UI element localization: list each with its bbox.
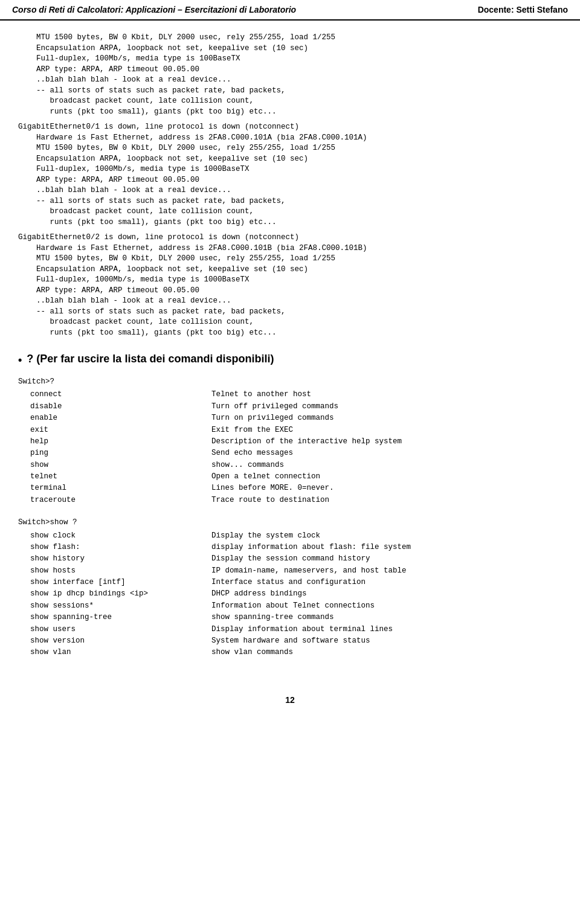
command-name: exit — [18, 425, 211, 436]
command-desc: Information about Telnet connections — [211, 600, 562, 612]
pre-text-3: GigabitEthernet0/2 is down, line protoco… — [18, 233, 562, 338]
command-desc: display information about flash: file sy… — [211, 542, 562, 553]
command-rows-1: connectTelnet to another host disableTur… — [18, 389, 562, 506]
command-desc: IP domain-name, nameservers, and host ta… — [211, 565, 562, 577]
bullet-content: ? (Per far uscire la lista dei comandi d… — [27, 353, 274, 365]
list-item: show interface [intf]Interface status an… — [18, 577, 562, 588]
list-item: show spanning-treeshow spanning-tree com… — [18, 612, 562, 623]
list-item: exitExit from the EXEC — [18, 425, 562, 436]
list-item: show vlanshow vlan commands — [18, 647, 562, 658]
command-desc: System hardware and software status — [211, 635, 562, 647]
command-name: telnet — [18, 471, 211, 483]
command-name: ping — [18, 448, 211, 459]
command-rows-2: show clockDisplay the system clock show … — [18, 530, 562, 659]
command-desc: Lines before MORE. 0=never. — [211, 483, 562, 494]
list-item: show clockDisplay the system clock — [18, 530, 562, 542]
page-number: 12 — [0, 695, 580, 705]
list-item: tracerouteTrace route to destination — [18, 495, 562, 506]
command-name: enable — [18, 412, 211, 424]
command-name: show version — [18, 635, 211, 647]
command-name: show ip dhcp bindings <ip> — [18, 588, 211, 600]
command-desc: Exit from the EXEC — [211, 425, 562, 436]
command-name: help — [18, 436, 211, 448]
pre-text-1: MTU 1500 bytes, BW 0 Kbit, DLY 2000 usec… — [18, 33, 562, 117]
bullet-symbol: • — [18, 354, 22, 367]
command-name: show vlan — [18, 647, 211, 658]
switch-prompt-2: Switch>show ? — [18, 517, 562, 528]
list-item: show flash:display information about fla… — [18, 542, 562, 553]
course-title: Corso di Reti di Calcolatori: Applicazio… — [12, 5, 296, 14]
list-item: show ip dhcp bindings <ip>DHCP address b… — [18, 588, 562, 600]
command-desc: show vlan commands — [211, 647, 562, 658]
list-item: show historyDisplay the session command … — [18, 553, 562, 565]
command-desc: show spanning-tree commands — [211, 612, 562, 623]
command-name: terminal — [18, 483, 211, 494]
list-item: telnetOpen a telnet connection — [18, 471, 562, 483]
list-item: terminalLines before MORE. 0=never. — [18, 483, 562, 494]
command-desc: Display the session command history — [211, 553, 562, 565]
list-item: connectTelnet to another host — [18, 389, 562, 400]
author-name: Docente: Setti Stefano — [478, 5, 568, 14]
command-desc: Trace route to destination — [211, 495, 562, 506]
pre-text-2: GigabitEthernet0/1 is down, line protoco… — [18, 122, 562, 228]
command-table-1: Switch>? connectTelnet to another host d… — [18, 376, 562, 506]
command-desc: show... commands — [211, 460, 562, 471]
list-item: show usersDisplay information about term… — [18, 624, 562, 635]
command-name: show sessions* — [18, 600, 211, 612]
command-desc: Telnet to another host — [211, 389, 562, 400]
list-item: show hostsIP domain-name, nameservers, a… — [18, 565, 562, 577]
list-item: pingSend echo messages — [18, 448, 562, 459]
command-name: traceroute — [18, 495, 211, 506]
command-name: connect — [18, 389, 211, 400]
list-item: helpDescription of the interactive help … — [18, 436, 562, 448]
page-header: Corso di Reti di Calcolatori: Applicazio… — [0, 0, 580, 21]
list-item: disableTurn off privileged commands — [18, 401, 562, 412]
command-desc: Turn off privileged commands — [211, 401, 562, 412]
command-table-2: Switch>show ? show clockDisplay the syst… — [18, 517, 562, 659]
main-content: MTU 1500 bytes, BW 0 Kbit, DLY 2000 usec… — [0, 27, 580, 677]
command-desc: DHCP address bindings — [211, 588, 562, 600]
command-name: show interface [intf] — [18, 577, 211, 588]
command-desc: Interface status and configuration — [211, 577, 562, 588]
code-block-3: GigabitEthernet0/2 is down, line protoco… — [18, 233, 562, 338]
list-item: show sessions*Information about Telnet c… — [18, 600, 562, 612]
code-block-2: GigabitEthernet0/1 is down, line protoco… — [18, 122, 562, 228]
command-name: show clock — [18, 530, 211, 542]
switch-prompt-1: Switch>? — [18, 376, 562, 388]
command-name: show history — [18, 553, 211, 565]
command-desc: Send echo messages — [211, 448, 562, 459]
bullet-section: • ? (Per far uscire la lista dei comandi… — [18, 353, 562, 367]
list-item: show versionSystem hardware and software… — [18, 635, 562, 647]
command-desc: Turn on privileged commands — [211, 412, 562, 424]
list-item: enableTurn on privileged commands — [18, 412, 562, 424]
command-name: show hosts — [18, 565, 211, 577]
command-name: show spanning-tree — [18, 612, 211, 623]
list-item: showshow... commands — [18, 460, 562, 471]
command-name: show users — [18, 624, 211, 635]
command-desc: Display the system clock — [211, 530, 562, 542]
command-name: disable — [18, 401, 211, 412]
command-desc: Display information about terminal lines — [211, 624, 562, 635]
command-desc: Open a telnet connection — [211, 471, 562, 483]
command-name: show — [18, 460, 211, 471]
command-name: show flash: — [18, 542, 211, 553]
command-desc: Description of the interactive help syst… — [211, 436, 562, 448]
code-block-1: MTU 1500 bytes, BW 0 Kbit, DLY 2000 usec… — [18, 33, 562, 117]
